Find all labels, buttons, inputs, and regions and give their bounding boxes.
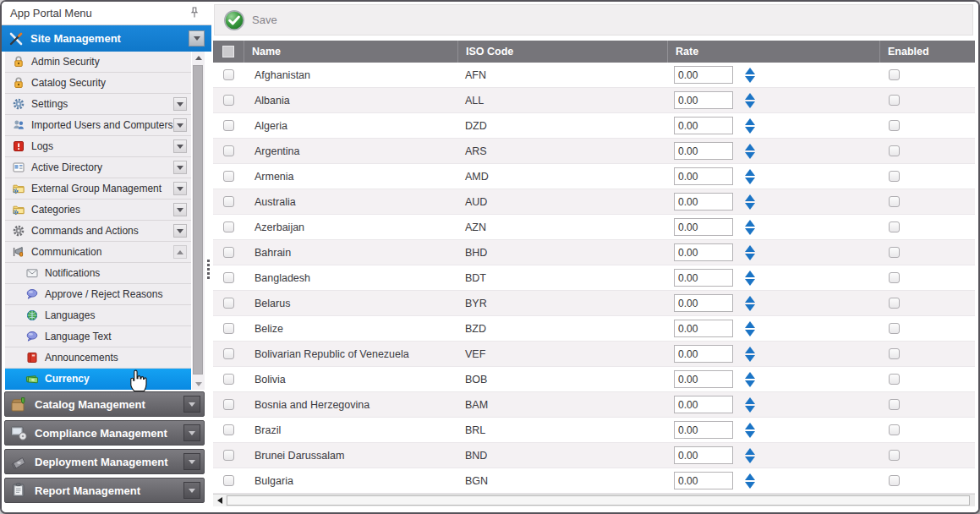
rate-input[interactable] <box>674 243 733 261</box>
spinner-down-icon[interactable] <box>745 406 755 413</box>
rate-input[interactable] <box>674 345 733 363</box>
spinner-up-icon[interactable] <box>745 397 755 404</box>
splitter-grip[interactable] <box>207 260 211 281</box>
rate-input[interactable] <box>674 472 733 489</box>
rate-spinner[interactable] <box>745 245 755 260</box>
row-checkbox[interactable] <box>223 145 234 156</box>
spinner-up-icon[interactable] <box>745 473 755 480</box>
sidebar-item-logs[interactable]: Logs <box>5 136 191 157</box>
rate-spinner[interactable] <box>745 473 755 489</box>
spinner-down-icon[interactable] <box>745 152 755 159</box>
scroll-left-button[interactable] <box>213 495 226 506</box>
sidebar-item-currency[interactable]: Currency <box>5 369 191 390</box>
rate-input[interactable] <box>674 446 733 464</box>
sidebar-section-site-management[interactable]: Site Management <box>2 25 211 52</box>
spinner-up-icon[interactable] <box>745 144 755 150</box>
expander-button[interactable] <box>173 182 187 195</box>
enabled-checkbox[interactable] <box>889 424 900 435</box>
expander-button[interactable] <box>173 161 187 174</box>
row-checkbox[interactable] <box>223 69 234 80</box>
enabled-checkbox[interactable] <box>889 247 900 258</box>
spinner-down-icon[interactable] <box>745 254 755 260</box>
spinner-down-icon[interactable] <box>745 178 755 184</box>
spinner-down-icon[interactable] <box>745 101 755 108</box>
row-checkbox[interactable] <box>223 171 234 182</box>
spinner-down-icon[interactable] <box>745 457 755 463</box>
sidebar-item-language-text[interactable]: Language Text <box>5 326 191 347</box>
sidebar-item-categories[interactable]: Categories <box>5 200 191 221</box>
column-header-rate[interactable]: Rate <box>667 41 879 63</box>
section-expand-button[interactable] <box>183 453 200 470</box>
section-expand-button[interactable] <box>183 482 200 499</box>
rate-spinner[interactable] <box>745 423 755 438</box>
enabled-checkbox[interactable] <box>889 323 900 334</box>
sidebar-section-deployment-management[interactable]: Deployment Management <box>4 449 205 474</box>
sidebar-section-compliance-management[interactable]: Compliance Management <box>4 420 205 446</box>
spinner-up-icon[interactable] <box>745 245 755 252</box>
section-expand-button[interactable] <box>183 424 200 441</box>
enabled-checkbox[interactable] <box>889 298 900 309</box>
spinner-up-icon[interactable] <box>745 448 755 455</box>
enabled-checkbox[interactable] <box>889 69 900 80</box>
spinner-up-icon[interactable] <box>745 118 755 125</box>
spinner-down-icon[interactable] <box>745 127 755 134</box>
sidebar-item-approve-reject-reasons[interactable]: Approve / Reject Reasons <box>5 284 191 305</box>
rate-spinner[interactable] <box>745 321 755 336</box>
rate-spinner[interactable] <box>745 93 755 108</box>
spinner-down-icon[interactable] <box>745 304 755 311</box>
spinner-down-icon[interactable] <box>745 380 755 387</box>
sidebar-item-settings[interactable]: Settings <box>5 94 191 115</box>
spinner-up-icon[interactable] <box>745 93 755 100</box>
rate-input[interactable] <box>674 66 733 84</box>
section-expand-button[interactable] <box>183 396 200 413</box>
spinner-up-icon[interactable] <box>745 271 755 277</box>
enabled-checkbox[interactable] <box>889 272 900 283</box>
select-all-checkbox[interactable] <box>222 46 234 57</box>
row-checkbox[interactable] <box>223 120 234 131</box>
column-header-iso-code[interactable]: ISO Code <box>457 41 667 63</box>
sidebar-item-external-group-management[interactable]: External Group Management <box>5 178 191 200</box>
spinner-down-icon[interactable] <box>745 482 755 489</box>
enabled-checkbox[interactable] <box>889 348 900 359</box>
save-button[interactable]: Save <box>223 9 277 31</box>
enabled-checkbox[interactable] <box>889 399 900 410</box>
sidebar-item-communication[interactable]: Communication <box>5 242 191 263</box>
enabled-checkbox[interactable] <box>889 95 900 106</box>
expander-button[interactable] <box>173 245 187 259</box>
spinner-up-icon[interactable] <box>745 169 755 176</box>
column-header-name[interactable]: Name <box>244 41 457 63</box>
row-checkbox[interactable] <box>223 348 234 359</box>
expander-button[interactable] <box>173 139 187 153</box>
rate-spinner[interactable] <box>745 194 755 210</box>
expander-button[interactable] <box>173 203 187 216</box>
horizontal-scrollbar[interactable] <box>213 494 975 506</box>
spinner-up-icon[interactable] <box>745 423 755 429</box>
sidebar-item-catalog-security[interactable]: Catalog Security <box>5 73 191 94</box>
sidebar-section-report-management[interactable]: Report Management <box>4 478 205 503</box>
section-collapse-button[interactable] <box>189 30 205 46</box>
rate-spinner[interactable] <box>745 347 755 362</box>
sidebar-section-catalog-management[interactable]: Catalog Management <box>4 391 205 417</box>
column-header-enabled[interactable]: Enabled <box>879 41 975 63</box>
rate-spinner[interactable] <box>745 220 755 235</box>
row-checkbox[interactable] <box>223 196 234 207</box>
row-checkbox[interactable] <box>223 221 234 232</box>
rate-spinner[interactable] <box>745 68 755 83</box>
rate-input[interactable] <box>674 193 733 211</box>
rate-spinner[interactable] <box>745 372 755 387</box>
row-checkbox[interactable] <box>223 272 234 283</box>
rate-spinner[interactable] <box>745 169 755 184</box>
hscrollbar-thumb[interactable] <box>227 495 970 506</box>
rate-input[interactable] <box>674 117 733 134</box>
row-checkbox[interactable] <box>223 247 234 258</box>
spinner-up-icon[interactable] <box>745 220 755 227</box>
rate-input[interactable] <box>674 91 733 109</box>
spinner-up-icon[interactable] <box>745 372 755 379</box>
scroll-down-button[interactable] <box>192 378 205 390</box>
rate-spinner[interactable] <box>745 118 755 134</box>
sidebar-item-languages[interactable]: Languages <box>5 305 191 326</box>
enabled-checkbox[interactable] <box>889 221 900 232</box>
spinner-up-icon[interactable] <box>745 321 755 328</box>
rate-input[interactable] <box>674 294 733 312</box>
spinner-down-icon[interactable] <box>745 279 755 286</box>
